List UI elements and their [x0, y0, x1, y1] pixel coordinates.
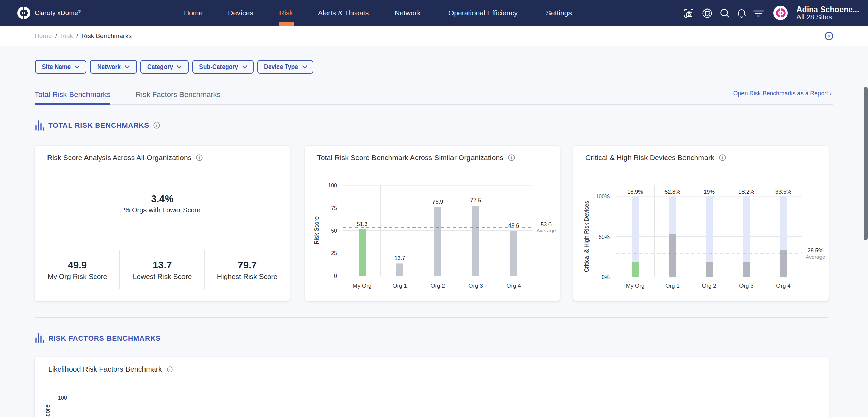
svg-text:19%: 19% — [703, 189, 715, 195]
svg-text:0: 0 — [334, 273, 337, 279]
svg-text:75.9: 75.9 — [432, 198, 443, 205]
svg-text:28.5%: 28.5% — [808, 247, 824, 253]
svg-text:Average: Average — [536, 228, 556, 233]
svg-text:Org 3: Org 3 — [468, 283, 483, 289]
svg-text:Org 2: Org 2 — [430, 283, 445, 289]
svg-text:0%: 0% — [602, 274, 610, 280]
svg-text:50: 50 — [331, 228, 337, 234]
svg-text:My Org: My Org — [353, 283, 372, 289]
svg-text:53.6: 53.6 — [541, 221, 552, 227]
svg-text:?: ? — [827, 33, 830, 39]
svg-text:Org 3: Org 3 — [739, 283, 754, 289]
svg-text:51.3: 51.3 — [356, 221, 367, 227]
svg-text:50%: 50% — [599, 234, 610, 240]
svg-text:Org 4: Org 4 — [776, 283, 791, 289]
svg-text:Org 2: Org 2 — [702, 283, 716, 289]
svg-text:Org 1: Org 1 — [392, 283, 407, 289]
svg-text:75: 75 — [331, 205, 337, 211]
svg-text:52.8%: 52.8% — [664, 189, 680, 195]
svg-text:Org 4: Org 4 — [506, 283, 521, 289]
svg-text:33.5%: 33.5% — [775, 189, 791, 195]
svg-text:18.2%: 18.2% — [738, 189, 754, 195]
svg-text:49.6: 49.6 — [508, 222, 519, 228]
svg-text:My Org: My Org — [626, 283, 645, 289]
svg-text:18.9%: 18.9% — [627, 189, 643, 195]
svg-text:100: 100 — [328, 183, 337, 188]
svg-text:Org 1: Org 1 — [665, 283, 680, 289]
svg-text:13.7: 13.7 — [394, 255, 405, 261]
svg-text:Critical & High Risk Devices: Critical & High Risk Devices — [583, 201, 590, 272]
svg-text:25: 25 — [331, 250, 337, 256]
svg-text:100%: 100% — [596, 194, 610, 200]
svg-text:Risk Score: Risk Score — [313, 216, 320, 244]
svg-text:Average: Average — [806, 254, 825, 260]
svg-text:77.5: 77.5 — [470, 197, 481, 203]
